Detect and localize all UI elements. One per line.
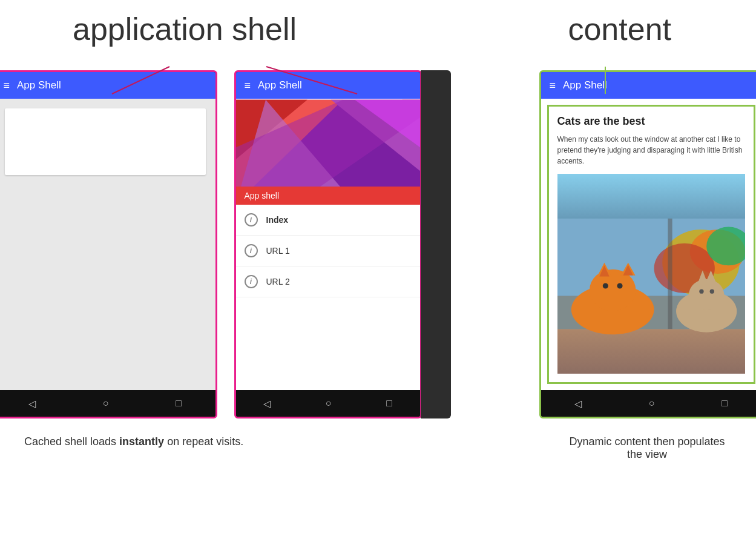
phone2: ≡ App Shell (234, 70, 422, 418)
menu-item-url1-label: URL 1 (266, 246, 290, 256)
phone3-bottom-bar: ◁ ○ □ (541, 390, 757, 417)
svg-point-31 (709, 289, 714, 294)
phone2-menu-list: i Index i URL 1 i URL 2 (236, 205, 420, 390)
phone2-group: ≡ App Shell (234, 70, 422, 418)
phone1-recent-btn[interactable]: □ (176, 398, 182, 409)
phone1-bottom-bar: ◁ ○ □ (0, 390, 215, 417)
hamburger-icon: ≡ (4, 80, 10, 91)
phone2-recent-btn[interactable]: □ (386, 398, 392, 409)
cat-image (557, 174, 745, 374)
url2-info-icon: i (245, 275, 258, 288)
phones-section: ≡ App Shell ◁ ○ □ ≡ App Shell (0, 70, 756, 418)
menu-item-url2[interactable]: i URL 2 (236, 266, 420, 297)
caption-instantly: instantly (119, 435, 164, 448)
phone3-screen: Cats are the best When my cats look out … (541, 99, 757, 390)
phone2-hamburger-icon: ≡ (245, 80, 251, 91)
phone2-nav-bar: ≡ App Shell (236, 72, 420, 99)
phone1-screen (0, 99, 215, 390)
phone3-hamburger-icon: ≡ (550, 80, 556, 91)
menu-item-index[interactable]: i Index (236, 205, 420, 236)
caption-right: Dynamic content then populates the view (562, 435, 732, 461)
caption-left: Cached shell loads instantly on repeat v… (24, 435, 243, 461)
phone3: ≡ App Shell Cats are the best When my ca… (539, 70, 757, 418)
svg-point-27 (689, 279, 724, 310)
drawer-label: App shell (236, 187, 420, 205)
phone3-nav-bar: ≡ App Shell (541, 72, 757, 99)
menu-item-url1[interactable]: i URL 1 (236, 236, 420, 266)
svg-point-30 (699, 289, 703, 294)
phone3-home-btn[interactable]: ○ (649, 398, 655, 409)
phone2-sidebar-peek (421, 70, 451, 418)
svg-point-19 (589, 270, 636, 311)
menu-item-url2-label: URL 2 (266, 277, 290, 286)
svg-point-24 (602, 283, 608, 289)
content-text: When my cats look out the window at anot… (557, 134, 745, 167)
phone1-title: App Shell (17, 79, 61, 91)
phone2-title: App Shell (258, 79, 302, 91)
menu-item-index-label: Index (266, 215, 289, 225)
phone1: ≡ App Shell ◁ ○ □ (0, 70, 217, 418)
application-shell-label: application shell (73, 11, 297, 47)
phone1-back-btn[interactable]: ◁ (28, 398, 36, 409)
phone1-white-box (5, 108, 206, 175)
phone2-colorful-header: App shell (236, 99, 420, 205)
phone3-title: App Shell (563, 79, 607, 91)
index-info-icon: i (245, 213, 258, 227)
svg-rect-17 (668, 219, 672, 329)
phone2-home-btn[interactable]: ○ (326, 398, 332, 409)
content-label: content (568, 11, 671, 47)
phone3-back-btn[interactable]: ◁ (574, 398, 582, 409)
phone2-bottom-bar: ◁ ○ □ (236, 390, 420, 417)
phone1-home-btn[interactable]: ○ (103, 398, 109, 409)
content-title: Cats are the best (557, 115, 745, 128)
svg-point-25 (617, 283, 622, 289)
phone1-content (0, 99, 215, 390)
bottom-captions: Cached shell loads instantly on repeat v… (0, 426, 756, 461)
phone3-wrapper: ≡ App Shell Cats are the best When my ca… (539, 70, 757, 418)
phone2-back-btn[interactable]: ◁ (263, 398, 271, 409)
content-box: Cats are the best When my cats look out … (547, 105, 755, 384)
header-labels: application shell content (0, 0, 756, 47)
phone3-recent-btn[interactable]: □ (721, 398, 728, 409)
url1-info-icon: i (245, 244, 258, 257)
phone1-nav-bar: ≡ App Shell (0, 72, 215, 99)
